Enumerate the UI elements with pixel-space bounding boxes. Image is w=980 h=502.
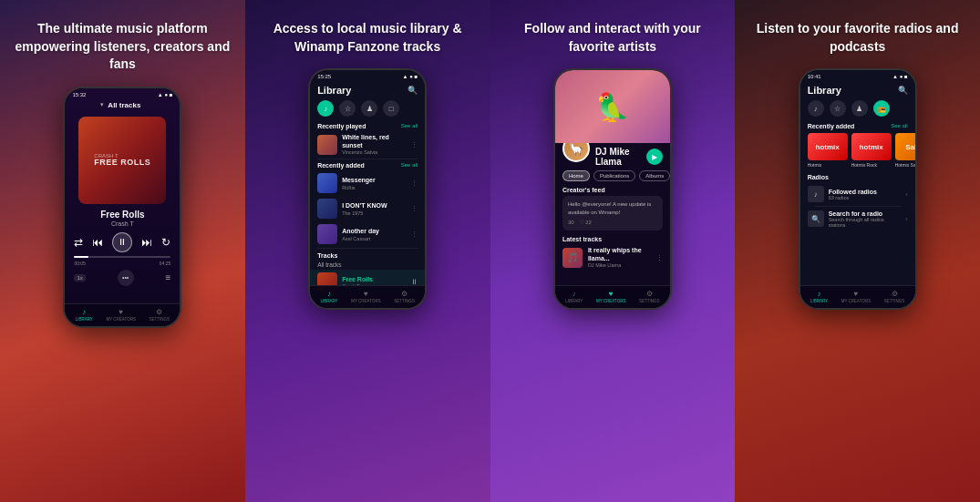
library-title-2: Library: [317, 85, 351, 96]
salsa-label: Salsa: [905, 143, 914, 151]
nav-settings-label: SETTINGS: [150, 317, 170, 322]
nav-library-1[interactable]: ♪ LIBRARY: [76, 308, 93, 322]
album-title: FREE ROLLS: [94, 159, 150, 168]
search-icon-4[interactable]: 🔍: [898, 86, 908, 95]
nav-library-2[interactable]: ♪ LIBRARY: [320, 290, 337, 303]
panel-2-caption: Access to local music library & Winamp F…: [258, 20, 478, 56]
radio-card-salsa: Salsa Hotmix Salsa: [895, 133, 915, 168]
all-tracks-label: All tracks: [108, 101, 140, 109]
search-radio-item[interactable]: 🔍 Search for a radio Search through all …: [808, 208, 908, 231]
artist-tab-albums[interactable]: Albums: [639, 170, 670, 181]
see-all-4[interactable]: See all: [891, 123, 907, 129]
next-icon[interactable]: ⏭: [141, 236, 152, 249]
latest-track-artist: DJ Mike Llama: [588, 262, 651, 268]
track-more-1[interactable]: ⋮: [411, 141, 418, 149]
progress-bar-1[interactable]: [65, 256, 180, 258]
status-bar-2: 15:25 ▲ ● ■: [310, 70, 425, 81]
followed-radios-item[interactable]: ♪ Followed radios 63 radios ›: [808, 183, 908, 205]
track-info-added-2: I DON'T KNOW The 1975: [342, 202, 407, 215]
list-icon[interactable]: ≡: [166, 272, 171, 282]
artist-play-button[interactable]: ▶: [646, 149, 663, 165]
added-name-3: Another day: [342, 228, 407, 235]
nav-settings-3[interactable]: ⚙ SETTINGS: [639, 290, 660, 303]
status-icons-2: ▲ ● ■: [403, 74, 418, 79]
latest-track-name: It really whips the llama...: [588, 247, 651, 262]
prev-icon[interactable]: ⏮: [92, 236, 103, 249]
library-icon: ♪: [82, 308, 86, 316]
nav-creators-3[interactable]: ♥ MY CREATORS: [596, 290, 626, 303]
tracks-label: Tracks: [317, 252, 337, 259]
more-button[interactable]: •••: [118, 270, 134, 286]
see-all-2[interactable]: See all: [401, 162, 418, 169]
library-icon-2: ♪: [327, 290, 331, 298]
latest-track-more[interactable]: ⋮: [656, 254, 663, 261]
track-more-3[interactable]: ⋮: [411, 205, 418, 212]
nav-settings-2[interactable]: ⚙ SETTINGS: [394, 290, 415, 303]
nav-settings-3-label: SETTINGS: [639, 299, 660, 303]
library-icon-4: ♪: [818, 290, 821, 298]
artist-tab-home[interactable]: Home: [562, 170, 590, 181]
pause-button[interactable]: ⏸: [112, 232, 132, 252]
search-icon-2[interactable]: 🔍: [407, 86, 418, 95]
artist-name: DJ Mike Llama: [595, 147, 641, 167]
divider-2: [317, 248, 418, 249]
track-thumb-1: [317, 135, 337, 155]
track-row-added-3: Another day Axel Cassart ⋮: [310, 221, 425, 247]
track-artist-1: Crash T: [65, 220, 180, 227]
tab-camera[interactable]: □: [383, 100, 399, 117]
nav-creators-label: MY CREATORS: [106, 317, 136, 322]
added-artist-2: The 1975: [342, 210, 407, 216]
phone-1-screen: 15:32 ▲ ● ■ ▾ All tracks CRASH T FREE RO…: [65, 88, 180, 326]
tab-user-4[interactable]: ☆: [830, 100, 846, 117]
tab-person-4[interactable]: ♟: [851, 100, 868, 117]
nav-library-3[interactable]: ♪ LIBRARY: [565, 290, 583, 303]
latest-track-row: 🎵 It really whips the llama... DJ Mike L…: [555, 244, 670, 271]
chevron-right-icon-1: ›: [905, 191, 907, 198]
followed-radios-name: Followed radios: [829, 189, 902, 195]
nav-library-3-label: LIBRARY: [565, 299, 583, 303]
settings-icon: ⚙: [156, 308, 162, 316]
panel-1: The ultimate music platform empowering l…: [0, 0, 245, 502]
tab-radio-4[interactable]: 📻: [873, 100, 890, 117]
recently-added-grid: hotmix Hotmix hotmix Hotmix Rock Salsa H…: [800, 131, 915, 171]
track-more-2[interactable]: ⋮: [411, 179, 418, 187]
nav-creators-4[interactable]: ♥ MY CREATORS: [841, 290, 872, 303]
track-info-played: White lines, red sunset Vincenzo Salvia: [342, 134, 407, 155]
search-radio-icon: 🔍: [808, 210, 824, 227]
progress-bg: [74, 256, 170, 258]
tab-person[interactable]: ♟: [361, 100, 377, 117]
added-name-1: Messenger: [342, 177, 407, 184]
nav-creators-2[interactable]: ♥ MY CREATORS: [351, 290, 381, 303]
hotmix2-label: hotmix: [860, 143, 883, 151]
radio-name-hotmix: Hotmix: [808, 162, 848, 168]
shuffle-icon[interactable]: ⇄: [74, 236, 83, 249]
tab-music[interactable]: ♪: [317, 100, 334, 117]
nav-settings-1[interactable]: ⚙ SETTINGS: [150, 308, 170, 322]
added-artist-3: Axel Cassart: [342, 236, 407, 241]
track-row-added-1: Messenger Rüfüs ⋮: [310, 170, 425, 196]
artist-tab-publications[interactable]: Publications: [593, 170, 635, 181]
speed-button[interactable]: 1x: [74, 274, 85, 282]
track-name-1: Free Rolls: [65, 210, 180, 220]
radio-thumb-hotmix: hotmix: [808, 133, 848, 160]
tab-icons-4: ♪ ☆ ♟ 📻: [800, 98, 915, 120]
feed-text: Hello @everyone! A new update is availab…: [568, 201, 651, 214]
lib-header-2: Library 🔍: [310, 81, 425, 98]
phone-4-screen: 10:41 ▲ ● ■ Library 🔍 ♪ ☆ ♟ 📻 Recently a…: [800, 70, 915, 308]
nav-settings-4[interactable]: ⚙ SETTINGS: [884, 290, 905, 303]
see-all-1[interactable]: See all: [401, 123, 418, 129]
track-more-4[interactable]: ⋮: [411, 231, 418, 238]
section-tracks: Tracks: [310, 250, 425, 261]
nav-library-2-label: LIBRARY: [320, 299, 337, 303]
library-title-4: Library: [808, 85, 841, 96]
feed-comments: ♡ 22: [580, 219, 592, 226]
nav-library-4[interactable]: ♪ LIBRARY: [810, 290, 828, 303]
library-icon-3: ♪: [573, 290, 576, 298]
tab-user[interactable]: ☆: [339, 100, 356, 117]
search-radio-sub: Search through all radios stations: [829, 217, 902, 228]
nav-creators-1[interactable]: ♥ MY CREATORS: [106, 308, 136, 322]
repeat-icon[interactable]: ↻: [161, 236, 170, 249]
tab-music-4[interactable]: ♪: [808, 100, 824, 117]
artist-tabs: Home Publications Albums: [555, 169, 670, 185]
radios-section: Radios ♪ Followed radios 63 radios › 🔍 S…: [800, 171, 915, 232]
